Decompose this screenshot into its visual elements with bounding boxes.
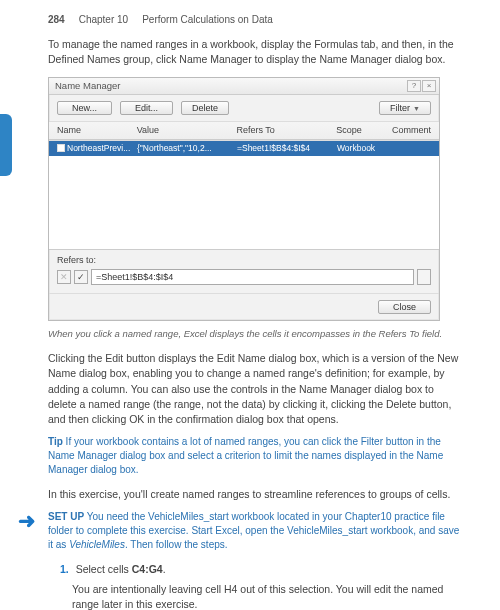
row-refers: =Sheet1!$B$4:$I$4 bbox=[237, 142, 337, 154]
paragraph-edit: Clicking the Edit button displays the Ed… bbox=[48, 351, 460, 427]
side-tab bbox=[0, 114, 12, 176]
filter-button-label: Filter bbox=[390, 103, 410, 113]
step-number: 1. bbox=[60, 563, 69, 575]
chapter-label: Chapter 10 bbox=[79, 14, 128, 25]
col-comment[interactable]: Comment bbox=[392, 124, 431, 137]
tip-label: Tip bbox=[48, 436, 63, 447]
setup-block: ➜ SET UP You need the VehicleMiles_start… bbox=[48, 510, 460, 552]
page-number: 284 bbox=[48, 14, 65, 25]
col-scope[interactable]: Scope bbox=[336, 124, 392, 137]
row-name-text: NortheastPrevi... bbox=[67, 142, 130, 154]
col-refers[interactable]: Refers To bbox=[236, 124, 336, 137]
figure-caption: When you click a named range, Excel disp… bbox=[48, 327, 460, 341]
paragraph-exercise: In this exercise, you'll create named ra… bbox=[48, 487, 460, 502]
refersto-label: Refers to: bbox=[57, 254, 431, 267]
help-icon[interactable]: ? bbox=[407, 80, 421, 92]
name-manager-dialog: Name Manager ? × New... Edit... Delete F… bbox=[48, 77, 440, 321]
edit-button[interactable]: Edit... bbox=[120, 101, 173, 115]
accept-ref-button[interactable]: ✓ bbox=[74, 270, 88, 284]
new-button[interactable]: New... bbox=[57, 101, 112, 115]
step-1: 1. Select cells C4:G4. bbox=[48, 562, 460, 577]
col-name[interactable]: Name bbox=[57, 124, 137, 137]
col-value[interactable]: Value bbox=[137, 124, 237, 137]
setup-label: SET UP bbox=[48, 511, 84, 522]
refersto-section: Refers to: ✕ ✓ bbox=[49, 250, 439, 293]
row-value: {"Northeast","10,2... bbox=[137, 142, 237, 154]
close-button[interactable]: Close bbox=[378, 300, 431, 314]
refersto-input[interactable] bbox=[91, 269, 414, 285]
step-1-sub: You are intentionally leaving cell H4 ou… bbox=[48, 582, 460, 610]
cancel-ref-button: ✕ bbox=[57, 270, 71, 284]
tip-text: If your workbook contains a lot of named… bbox=[48, 436, 443, 475]
step-1-bold: C4:G4 bbox=[132, 563, 163, 575]
list-header: Name Value Refers To Scope Comment bbox=[49, 122, 439, 140]
step-1c: . bbox=[163, 563, 166, 575]
tip-block: Tip If your workbook contains a lot of n… bbox=[48, 435, 460, 477]
filter-button[interactable]: Filter ▼ bbox=[379, 101, 431, 115]
range-picker-icon[interactable] bbox=[417, 269, 431, 285]
paragraph-intro: To manage the named ranges in a workbook… bbox=[48, 37, 460, 67]
dialog-title: Name Manager bbox=[55, 79, 120, 93]
list-row-selected[interactable]: NortheastPrevi... {"Northeast","10,2... … bbox=[49, 141, 439, 155]
arrow-icon: ➜ bbox=[18, 510, 36, 531]
row-name: NortheastPrevi... bbox=[57, 142, 137, 154]
chevron-down-icon: ▼ bbox=[413, 105, 420, 112]
setup-filename: VehicleMiles bbox=[69, 539, 125, 550]
dialog-toolbar: New... Edit... Delete Filter ▼ bbox=[49, 95, 439, 122]
delete-button[interactable]: Delete bbox=[181, 101, 229, 115]
row-scope: Workbook bbox=[337, 142, 393, 154]
setup-tail: . Then follow the steps. bbox=[125, 539, 228, 550]
chapter-title: Perform Calculations on Data bbox=[142, 14, 273, 25]
dialog-titlebar: Name Manager ? × bbox=[49, 78, 439, 95]
step-1a: Select cells bbox=[76, 563, 132, 575]
close-icon[interactable]: × bbox=[422, 80, 436, 92]
name-list[interactable]: NortheastPrevi... {"Northeast","10,2... … bbox=[49, 140, 439, 250]
range-icon bbox=[57, 144, 65, 152]
